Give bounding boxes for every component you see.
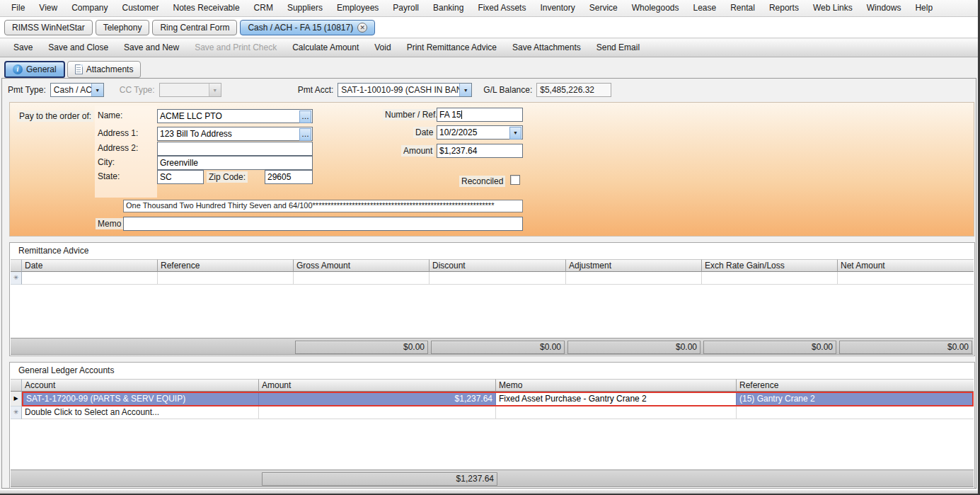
date-field[interactable]: 10/2/2025 ▼ bbox=[437, 125, 523, 140]
memo-cell[interactable]: Fixed Asset Purchase - Gantry Crane 2 bbox=[496, 393, 737, 405]
menu-crm[interactable]: CRM bbox=[247, 0, 280, 16]
menu-file[interactable]: File bbox=[4, 0, 32, 16]
cell[interactable] bbox=[702, 272, 838, 285]
menu-customer[interactable]: Customer bbox=[115, 0, 166, 16]
cc-type-combo: ▼ bbox=[159, 83, 221, 97]
menu-wholegoods[interactable]: Wholegoods bbox=[625, 0, 686, 16]
state-field[interactable]: SC bbox=[157, 170, 204, 184]
gl-selected-row[interactable]: ▶ SAT-1-17200-99 (PARTS & SERV EQUIP) $1… bbox=[11, 392, 974, 406]
browse-address-button[interactable]: … bbox=[299, 128, 311, 141]
cell[interactable] bbox=[496, 406, 737, 419]
name-field[interactable]: ACME LLC PTO … bbox=[157, 109, 313, 123]
menu-notes-receivable[interactable]: Notes Receivable bbox=[166, 0, 247, 16]
cell[interactable] bbox=[259, 406, 496, 419]
tab-rimss-winnetstar[interactable]: RIMSS WinNetStar bbox=[4, 20, 93, 35]
remittance-new-row[interactable]: ✳ bbox=[11, 272, 974, 285]
address2-field[interactable] bbox=[157, 142, 313, 156]
zip-field[interactable]: 29605 bbox=[265, 170, 313, 184]
pmt-acct-combo[interactable]: SAT-1-10010-99 (CASH IN BANK-G... ▼ bbox=[338, 83, 472, 97]
menu-windows[interactable]: Windows bbox=[860, 0, 909, 16]
gl-new-row[interactable]: ✳ Double Click to Select an Account... bbox=[11, 406, 974, 419]
save-and-new-button[interactable]: Save and New bbox=[116, 39, 187, 57]
pmt-type-value: Cash / ACH bbox=[51, 84, 91, 96]
row-marker-header bbox=[11, 379, 22, 392]
col-net-amount[interactable]: Net Amount bbox=[838, 259, 974, 272]
menu-reports[interactable]: Reports bbox=[762, 0, 806, 16]
cell[interactable] bbox=[294, 272, 430, 285]
cell[interactable] bbox=[430, 272, 566, 285]
browse-name-button[interactable]: … bbox=[299, 110, 311, 123]
chevron-down-icon[interactable]: ▼ bbox=[459, 84, 471, 96]
chevron-down-icon[interactable]: ▼ bbox=[509, 127, 521, 140]
address1-field[interactable]: 123 Bill To Address … bbox=[157, 127, 313, 141]
view-tab-strip: i General Attachments bbox=[0, 60, 978, 78]
city-field[interactable]: Greenville bbox=[157, 156, 313, 170]
send-email-button[interactable]: Send Email bbox=[589, 39, 647, 57]
tab-label: Attachments bbox=[86, 64, 134, 74]
col-exch-rate[interactable]: Exch Rate Gain/Loss bbox=[702, 259, 838, 272]
menu-bar: File View Company Customer Notes Receiva… bbox=[0, 0, 978, 17]
calculate-amount-button[interactable]: Calculate Amount bbox=[284, 39, 367, 57]
col-reference[interactable]: Reference bbox=[158, 259, 294, 272]
print-remittance-advice-button[interactable]: Print Remittance Advice bbox=[399, 39, 505, 57]
save-attachments-button[interactable]: Save Attachments bbox=[505, 39, 589, 57]
col-gross-amount[interactable]: Gross Amount bbox=[294, 259, 430, 272]
new-row-prompt[interactable]: Double Click to Select an Account... bbox=[22, 406, 259, 419]
menu-service[interactable]: Service bbox=[582, 0, 625, 16]
remittance-grid: Date Reference Gross Amount Discount Adj… bbox=[11, 259, 974, 285]
menu-fixed-assets[interactable]: Fixed Assets bbox=[471, 0, 533, 16]
cell[interactable] bbox=[566, 272, 702, 285]
remittance-advice-group: Remittance Advice Date Reference Gross A… bbox=[9, 242, 975, 356]
amount-label: Amount bbox=[401, 145, 434, 157]
document-icon bbox=[75, 64, 83, 74]
col-memo[interactable]: Memo bbox=[496, 379, 737, 392]
menu-suppliers[interactable]: Suppliers bbox=[280, 0, 330, 16]
tab-cash-ach[interactable]: Cash / ACH - FA 15 (10817) ✕ bbox=[240, 20, 375, 35]
gl-selected-row-data[interactable]: SAT-1-17200-99 (PARTS & SERV EQUIP) $1,2… bbox=[22, 392, 974, 406]
amount-field[interactable]: $1,237.64 bbox=[437, 144, 523, 158]
number-ref-field[interactable]: FA 15 bbox=[437, 108, 523, 122]
gl-accounts-grid: Account Amount Memo Reference ▶ SAT-1-17… bbox=[11, 379, 974, 419]
menu-lease[interactable]: Lease bbox=[686, 0, 724, 16]
save-and-close-button[interactable]: Save and Close bbox=[40, 39, 116, 57]
col-adjustment[interactable]: Adjustment bbox=[566, 259, 702, 272]
adjustment-total: $0.00 bbox=[567, 341, 701, 354]
tab-ring-central-form[interactable]: Ring Central Form bbox=[152, 20, 237, 35]
reconciled-checkbox[interactable] bbox=[510, 175, 520, 185]
menu-employees[interactable]: Employees bbox=[330, 0, 386, 16]
col-account[interactable]: Account bbox=[22, 379, 259, 392]
menu-payroll[interactable]: Payroll bbox=[386, 0, 426, 16]
tab-label: Ring Central Form bbox=[160, 21, 229, 35]
cell[interactable] bbox=[737, 406, 974, 419]
col-discount[interactable]: Discount bbox=[430, 259, 566, 272]
menu-view[interactable]: View bbox=[32, 0, 64, 16]
tab-general[interactable]: i General bbox=[4, 61, 65, 78]
amount-cell[interactable]: $1,237.64 bbox=[259, 393, 496, 405]
col-reference[interactable]: Reference bbox=[737, 379, 974, 392]
cell[interactable] bbox=[158, 272, 294, 285]
menu-web-links[interactable]: Web Links bbox=[806, 0, 860, 16]
menu-rental[interactable]: Rental bbox=[723, 0, 762, 16]
col-date[interactable]: Date bbox=[22, 259, 158, 272]
save-button[interactable]: Save bbox=[6, 39, 40, 57]
memo-field[interactable] bbox=[123, 217, 523, 231]
menu-help[interactable]: Help bbox=[908, 0, 940, 16]
pmt-type-combo[interactable]: Cash / ACH ▼ bbox=[50, 83, 104, 97]
cell[interactable] bbox=[22, 272, 158, 285]
tab-telephony[interactable]: Telephony bbox=[96, 20, 150, 35]
close-icon[interactable]: ✕ bbox=[357, 23, 367, 33]
tab-attachments[interactable]: Attachments bbox=[67, 61, 142, 78]
menu-inventory[interactable]: Inventory bbox=[533, 0, 582, 16]
cell[interactable] bbox=[838, 272, 974, 285]
void-button[interactable]: Void bbox=[367, 39, 398, 57]
tab-label: Telephony bbox=[103, 21, 142, 35]
city-value: Greenville bbox=[160, 158, 198, 168]
menu-banking[interactable]: Banking bbox=[426, 0, 471, 16]
chevron-down-icon[interactable]: ▼ bbox=[91, 84, 103, 96]
menu-company[interactable]: Company bbox=[64, 0, 115, 16]
col-amount[interactable]: Amount bbox=[259, 379, 496, 392]
document-tab-strip: RIMSS WinNetStar Telephony Ring Central … bbox=[0, 17, 978, 38]
reference-cell[interactable]: (15) Gantry Crane 2 bbox=[737, 393, 972, 405]
remittance-totals-strip: $0.00 $0.00 $0.00 $0.00 $0.00 bbox=[11, 338, 974, 355]
account-cell[interactable]: SAT-1-17200-99 (PARTS & SERV EQUIP) bbox=[23, 393, 259, 405]
